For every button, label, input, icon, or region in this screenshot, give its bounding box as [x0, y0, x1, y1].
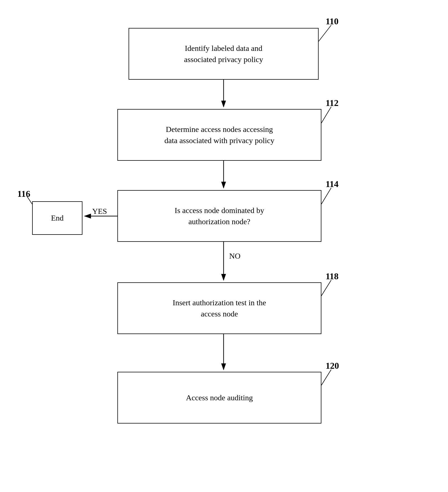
box-114-text: Is access node dominated byauthorization…	[175, 205, 264, 227]
svg-line-10	[321, 280, 331, 296]
svg-line-8	[321, 188, 331, 204]
ref-118: 118	[326, 271, 338, 282]
box-112-text: Determine access nodes accessingdata ass…	[164, 124, 274, 146]
box-insert-authorization-test: Insert authorization test in theaccess n…	[117, 282, 321, 334]
box-determine-access-nodes: Determine access nodes accessingdata ass…	[117, 109, 321, 161]
box-end: End	[32, 201, 82, 235]
ref-110: 110	[326, 16, 338, 27]
box-118-text: Insert authorization test in theaccess n…	[173, 297, 266, 319]
svg-line-7	[321, 107, 331, 123]
ref-112: 112	[326, 98, 338, 108]
yes-label: YES	[92, 207, 107, 216]
diagram-container: Identify labeled data andassociated priv…	[0, 0, 448, 492]
ref-114: 114	[326, 179, 338, 189]
no-label: NO	[229, 252, 240, 261]
box-116-text: End	[51, 212, 63, 223]
box-120-text: Access node auditing	[186, 392, 253, 403]
svg-line-11	[321, 370, 331, 385]
box-is-access-node-dominated: Is access node dominated byauthorization…	[117, 190, 321, 242]
box-identify-labeled-data: Identify labeled data andassociated priv…	[129, 28, 319, 80]
ref-120: 120	[326, 361, 339, 371]
box-110-text: Identify labeled data andassociated priv…	[184, 43, 263, 65]
box-access-node-auditing: Access node auditing	[117, 372, 321, 424]
svg-line-6	[319, 25, 331, 41]
ref-116: 116	[17, 189, 30, 199]
